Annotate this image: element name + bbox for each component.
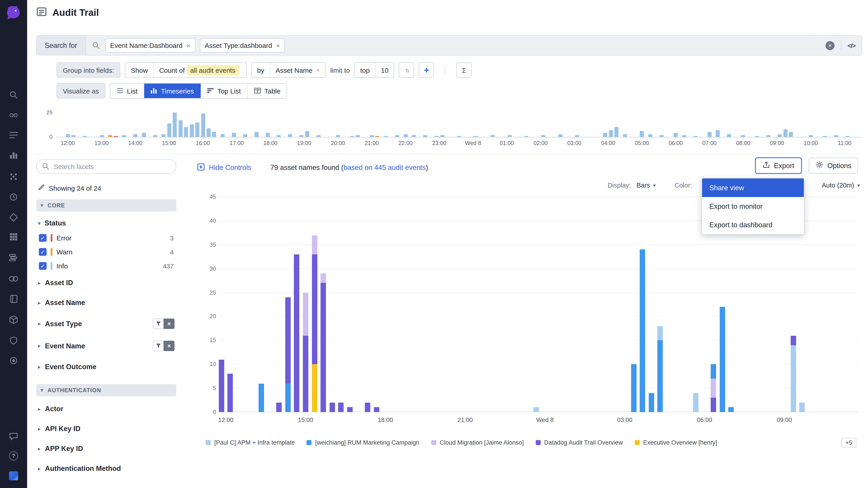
chart-bar[interactable] [728, 408, 734, 412]
chart-bar[interactable] [374, 408, 379, 412]
mini-chart-bar[interactable] [201, 113, 205, 137]
chat-icon[interactable] [6, 429, 21, 444]
chart-bar[interactable] [219, 359, 224, 412]
mini-chart-bar[interactable] [266, 133, 270, 137]
bar-segment-yellow[interactable] [312, 364, 317, 412]
facet-section-authentication[interactable]: ▾AUTHENTICATION [36, 384, 176, 396]
mini-chart-bar[interactable] [845, 136, 849, 137]
mini-chart-bar[interactable] [221, 134, 225, 137]
count-value-highlight[interactable]: all audit events [186, 65, 239, 75]
bar-segment-purple[interactable] [227, 374, 233, 412]
mini-chart-bar[interactable] [623, 134, 627, 137]
mini-chart-plot[interactable] [56, 111, 862, 137]
processes-icon[interactable] [6, 169, 21, 184]
legend-item-executive-overview-henry-[interactable]: Executive Overview [henry] [635, 439, 717, 446]
mini-chart-bar[interactable] [207, 128, 211, 137]
bar-segment-purple[interactable] [320, 283, 326, 412]
mini-chart-bar[interactable] [212, 132, 216, 137]
by-label[interactable]: by [252, 63, 270, 77]
facet-showing-row[interactable]: Showing 24 of 24 [38, 184, 176, 192]
mini-chart-bar[interactable] [474, 136, 478, 137]
code-view-icon[interactable]: </> [848, 42, 856, 49]
checkbox-checked[interactable]: ✓ [39, 234, 46, 242]
facet-group-status[interactable]: ▾Status [36, 214, 176, 231]
bar-segment-light_blue[interactable] [693, 393, 699, 412]
mini-chart-bar[interactable] [708, 132, 712, 137]
logs-icon[interactable] [6, 127, 21, 143]
mini-chart-bar[interactable] [179, 121, 183, 137]
bar-segment-blue[interactable] [631, 364, 636, 412]
mini-chart-bar[interactable] [122, 135, 126, 137]
bar-segment-blue[interactable] [711, 364, 716, 379]
checkbox-checked[interactable]: ✓ [39, 248, 46, 256]
notebooks-icon[interactable] [6, 291, 21, 306]
mini-chart-bar[interactable] [640, 131, 644, 137]
mini-chart-bar[interactable] [316, 135, 320, 137]
facet-group-api-key-id[interactable]: ▸API Key ID [36, 419, 176, 439]
mini-chart-bar[interactable] [648, 134, 652, 137]
mini-chart-bar[interactable] [277, 135, 281, 137]
bar-segment-blue[interactable] [728, 408, 734, 412]
facet-group-event-outcome[interactable]: ▸Event Outcome [36, 357, 176, 377]
rum-icon[interactable] [6, 353, 21, 368]
chart-bar[interactable] [719, 307, 725, 412]
count-of-button[interactable]: Count of all audit events [154, 63, 246, 77]
bar-segment-purple[interactable] [330, 402, 335, 412]
chart-bar[interactable] [693, 393, 699, 412]
chart-bar[interactable] [631, 364, 636, 412]
chart-bar[interactable] [347, 408, 352, 412]
bar-segment-lavender[interactable] [711, 379, 716, 398]
export-button[interactable]: Export [755, 157, 802, 174]
security-icon[interactable] [6, 332, 21, 348]
mini-chart-bar[interactable] [603, 133, 608, 137]
audit-events-link[interactable]: based on 445 audit events [344, 164, 426, 171]
sort-order-button[interactable]: ↑↓ [399, 62, 414, 78]
mini-chart-bar[interactable] [114, 136, 118, 137]
rollup-select[interactable]: Auto (20m)▾ [822, 182, 860, 189]
mini-chart-bar[interactable] [741, 135, 745, 137]
bar-segment-purple[interactable] [219, 359, 224, 412]
mini-chart-bar[interactable] [434, 136, 438, 137]
mini-chart-bar[interactable] [305, 131, 309, 137]
infrastructure-icon[interactable] [6, 229, 21, 245]
mini-chart-bar[interactable] [153, 135, 157, 137]
hide-controls-button[interactable]: Hide Controls [197, 163, 251, 172]
bar-segment-purple[interactable] [790, 336, 796, 345]
bar-segment-lavender[interactable] [320, 273, 326, 283]
mini-chart-bar[interactable] [355, 135, 360, 137]
viz-option-timeseries[interactable]: Timeseries [144, 84, 201, 98]
legend-item-cloud-migration-jaime-alonso-[interactable]: Cloud Migration [Jaime Alonso] [431, 439, 524, 446]
bar-segment-purple[interactable] [365, 402, 370, 412]
menu-item-export-to-dashboard[interactable]: Export to dashboard [702, 216, 804, 234]
mini-chart-bar[interactable] [375, 136, 379, 137]
mini-chart-bar[interactable] [767, 135, 771, 137]
mini-chart-bar[interactable] [173, 112, 177, 137]
bar-segment-blue[interactable] [640, 250, 645, 412]
facet-group-app-key-id[interactable]: ▸APP Key ID [36, 439, 176, 459]
bar-segment-blue[interactable] [285, 383, 290, 412]
search-icon[interactable] [6, 87, 21, 103]
mini-chart-bar[interactable] [195, 122, 199, 137]
mini-chart-bar[interactable] [789, 132, 793, 137]
mini-chart-bar[interactable] [823, 136, 827, 137]
chart-bar[interactable] [294, 254, 300, 412]
facet-group-event-name[interactable]: ▸Event Name× [36, 335, 176, 357]
viz-option-table[interactable]: Table [248, 84, 287, 98]
remove-group-by-icon[interactable]: × [316, 66, 320, 74]
mini-chart-bar[interactable] [491, 135, 495, 137]
mini-chart-bar[interactable] [190, 124, 194, 137]
bar-segment-light_blue[interactable] [533, 408, 539, 412]
mini-chart-bar[interactable] [66, 134, 70, 137]
display-type-select[interactable]: Bars▾ [637, 182, 656, 189]
bar-segment-purple[interactable] [285, 297, 290, 383]
viz-option-list[interactable]: List [110, 84, 145, 98]
legend-item-datadog-audit-trail-overview[interactable]: Datadog Audit Trail Overview [535, 439, 623, 446]
bar-segment-light_blue[interactable] [790, 345, 796, 412]
bar-segment-purple[interactable] [276, 402, 282, 412]
filter-funnel-button[interactable] [153, 341, 164, 351]
chart-bar[interactable] [320, 273, 326, 412]
bar-segment-lavender[interactable] [312, 235, 317, 254]
mini-chart-bar[interactable] [72, 135, 76, 137]
mini-chart-bar[interactable] [674, 133, 678, 137]
watchdog-icon[interactable] [6, 107, 21, 123]
